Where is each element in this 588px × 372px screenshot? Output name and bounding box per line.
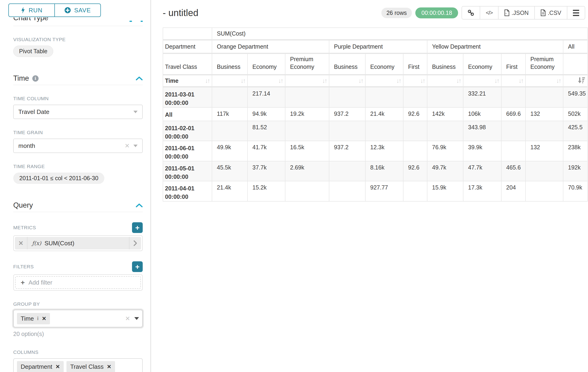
- clear-icon[interactable]: ✕: [125, 315, 130, 322]
- sort-icon[interactable]: ↓↑: [358, 77, 363, 84]
- time-range-label: TIME RANGE: [13, 164, 143, 169]
- divider: [13, 85, 143, 85]
- table-cell: 117k: [212, 108, 248, 121]
- table-cell: 927.77: [366, 181, 403, 202]
- collapse-chevron-icon[interactable]: [136, 203, 143, 207]
- remove-metric-icon[interactable]: ✕: [15, 237, 27, 249]
- sort-icon[interactable]: ↓↑: [396, 77, 401, 84]
- table-cell: 19.2k: [285, 108, 329, 121]
- time-column-select[interactable]: Travel Date: [13, 105, 143, 119]
- table-cell: 45.5k: [212, 161, 248, 181]
- table-cell: [427, 121, 463, 141]
- columns-label: COLUMNS: [13, 350, 143, 355]
- time-range-pill[interactable]: 2011-01-01 ≤ col < 2011-06-30: [13, 172, 104, 184]
- divider: [13, 26, 143, 26]
- export-csv-button[interactable]: .CSV: [535, 7, 567, 19]
- table-cell: 549.35: [563, 87, 588, 108]
- sub-column-header: [563, 54, 588, 75]
- row-dimension-text: Time: [165, 77, 178, 84]
- query-section-title: Query: [13, 201, 33, 210]
- columns-chip-department[interactable]: Department ✕: [17, 361, 64, 372]
- sort-icon[interactable]: ↓↑: [556, 77, 561, 84]
- table-cell: [285, 121, 329, 141]
- sort-desc-icon[interactable]: [578, 78, 585, 85]
- table-cell: [502, 141, 526, 161]
- share-link-button[interactable]: [462, 7, 480, 19]
- table-cell: 8.16k: [366, 161, 403, 181]
- metric-pill[interactable]: ✕ ƒ(x) SUM(Cost): [15, 237, 141, 249]
- table-cell: 217.14: [248, 87, 285, 108]
- table-cell: [427, 87, 463, 108]
- table-cell: [366, 87, 403, 108]
- collapse-chevron-icon[interactable]: [136, 76, 143, 80]
- time-column-label: TIME COLUMN: [13, 96, 143, 101]
- group-by-select[interactable]: Time i ✕ ✕: [13, 310, 143, 327]
- sub-column-header: Premium Economy: [526, 54, 563, 75]
- table-cell: [403, 141, 427, 161]
- sort-header-cell: ↓↑: [463, 75, 502, 87]
- save-button[interactable]: SAVE: [55, 3, 101, 17]
- remove-chip-icon[interactable]: ✕: [55, 364, 60, 370]
- add-metric-button[interactable]: +: [132, 222, 143, 233]
- table-cell: [526, 161, 563, 181]
- table-cell: [285, 87, 329, 108]
- export-json-button[interactable]: ‹› .JSON: [499, 7, 535, 19]
- table-cell: 15.2k: [248, 181, 285, 202]
- pivot-body: 2011-03-01 00:00:00217.14332.21549.35All…: [163, 87, 588, 202]
- pivot-metric-row: SUM(Cost): [163, 28, 588, 41]
- chart-title[interactable]: - untitled: [163, 8, 198, 18]
- chevron-right-icon[interactable]: [129, 237, 141, 249]
- row-header: 2011-06-01 00:00:00: [163, 141, 212, 161]
- add-filter-label: Add filter: [29, 279, 52, 286]
- code-icon: </>: [486, 10, 493, 16]
- table-cell: 92.6: [403, 161, 427, 181]
- group-by-chip-time[interactable]: Time i ✕: [17, 313, 50, 324]
- sub-column-header: Business: [212, 54, 248, 75]
- plus-icon: +: [21, 279, 25, 286]
- export-csv-label: .CSV: [548, 10, 561, 16]
- fx-icon: ƒ(x): [32, 240, 41, 246]
- visualization-type-pill[interactable]: Pivot Table: [13, 46, 53, 57]
- sort-icon[interactable]: ↓↑: [494, 77, 499, 84]
- sort-icon[interactable]: ↓↑: [518, 77, 523, 84]
- table-cell: 92.6: [403, 108, 427, 121]
- sort-icon[interactable]: ↓↑: [241, 77, 245, 84]
- sub-column-header: Premium Economy: [285, 54, 329, 75]
- columns-select[interactable]: Department ✕ Travel Class ✕ ✕: [13, 358, 143, 372]
- row-dimension-header: Time↓↑: [163, 75, 212, 87]
- sub-column-header: Economy: [248, 54, 285, 75]
- sort-icon[interactable]: ↓↑: [456, 77, 461, 84]
- table-cell: 21.4k: [212, 181, 248, 202]
- chevron-down-icon[interactable]: [134, 317, 139, 320]
- columns-chip-travel-class[interactable]: Travel Class ✕: [66, 361, 115, 372]
- run-button[interactable]: RUN: [8, 3, 55, 17]
- plus-circle-icon: [64, 7, 71, 13]
- time-grain-select[interactable]: month ✕: [13, 138, 143, 153]
- filters-container: + Add filter: [13, 274, 143, 291]
- view-query-button[interactable]: </>: [480, 7, 499, 19]
- table-cell: [329, 161, 366, 181]
- remove-chip-icon[interactable]: ✕: [42, 316, 46, 322]
- table-row: 2011-02-01 00:00:0081.52343.98425.5: [163, 121, 588, 141]
- table-cell: [329, 121, 366, 141]
- remove-chip-icon[interactable]: ✕: [107, 364, 111, 370]
- table-cell: 47.7k: [463, 161, 502, 181]
- clear-icon[interactable]: ✕: [125, 142, 130, 149]
- sort-icon[interactable]: ↓↑: [278, 77, 283, 84]
- add-filter-button[interactable]: + Add filter: [15, 276, 141, 289]
- table-cell: 37.7k: [248, 161, 285, 181]
- table-cell: [329, 181, 366, 202]
- clipped-icon: [129, 21, 132, 22]
- pivot-sort-row: Time↓↑↓↑↓↑↓↑↓↑↓↑↓↑↓↑↓↑↓↑↓↑: [163, 75, 588, 87]
- sort-icon[interactable]: ↓↑: [322, 77, 326, 84]
- hamburger-icon: [573, 10, 579, 16]
- sort-icon[interactable]: ↓↑: [420, 77, 425, 84]
- sort-icon[interactable]: ↓↑: [205, 77, 210, 85]
- query-section-header: Query: [13, 201, 143, 210]
- table-cell: 15.9k: [427, 181, 463, 202]
- table-cell: 49.9k: [212, 141, 248, 161]
- row-header: 2011-05-01 00:00:00: [163, 161, 212, 181]
- column-dimension-header: Department: [163, 41, 212, 54]
- menu-button[interactable]: [567, 7, 585, 19]
- add-filter-plus-button[interactable]: +: [132, 261, 143, 272]
